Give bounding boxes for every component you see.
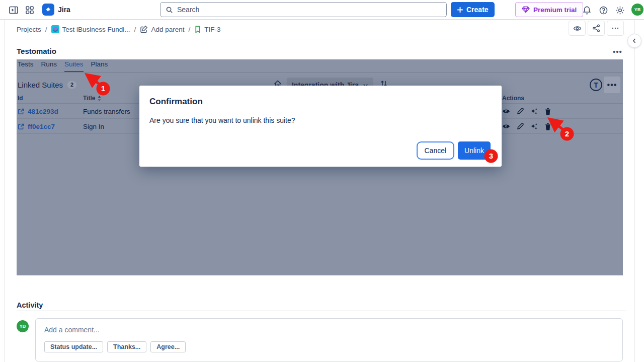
chevron-left-icon <box>631 38 637 44</box>
jira-logo-icon[interactable] <box>42 4 54 16</box>
modal-title: Confirmation <box>149 97 203 107</box>
suite-title: Sign In <box>83 119 104 134</box>
suite-id-link[interactable]: ff0e1cc7 <box>18 119 55 134</box>
tab-suites[interactable]: Suites <box>64 59 84 72</box>
breadcrumb-add-parent[interactable]: Add parent <box>140 25 184 33</box>
view-eye-icon[interactable] <box>502 107 510 115</box>
breadcrumb-project[interactable]: Test iBusiness Fundi... <box>51 25 130 33</box>
quick-reply-status-update[interactable]: Status update... <box>44 341 103 352</box>
issue-actions <box>569 21 624 36</box>
column-actions: Actions <box>502 95 524 102</box>
activity-heading: Activity <box>17 301 43 309</box>
confirmation-modal: Confirmation Are you sure that you want … <box>139 86 502 167</box>
external-link-icon <box>18 108 24 115</box>
breadcrumb: Projects / Test iBusiness Fundi... / Add… <box>17 22 220 36</box>
more-actions-icon[interactable] <box>607 21 624 36</box>
testomatio-logo-icon[interactable]: T <box>590 79 602 91</box>
app-title: Jira <box>58 6 70 14</box>
suite-title: Funds transfers <box>83 104 130 119</box>
view-eye-icon[interactable] <box>502 122 510 130</box>
collapse-panel-button[interactable] <box>627 34 641 48</box>
search-placeholder: Search <box>177 6 199 14</box>
unlink-button[interactable]: Unlink <box>458 141 491 160</box>
bookmark-icon <box>194 26 201 33</box>
edit-pencil-icon[interactable] <box>517 123 524 130</box>
panel-tabbar: Tests Runs Suites Plans <box>17 59 623 73</box>
quick-reply-thanks[interactable]: Thanks... <box>107 341 146 352</box>
ai-sparkles-icon[interactable] <box>530 123 538 130</box>
project-avatar-icon <box>51 25 59 33</box>
sidebar-toggle-icon[interactable] <box>8 5 19 16</box>
comment-placeholder: Add a comment... <box>44 326 100 334</box>
suite-id-link[interactable]: 481c293d <box>18 104 58 119</box>
app-switcher-icon[interactable] <box>24 5 35 16</box>
row-actions <box>502 119 551 134</box>
search-input[interactable]: Search <box>160 2 447 17</box>
right-rail-divider <box>634 20 635 362</box>
panel-more-icon[interactable]: ••• <box>613 47 622 56</box>
activity-divider <box>17 311 626 311</box>
plus-icon <box>457 7 463 13</box>
column-title[interactable]: Title <box>83 95 102 102</box>
watch-eye-icon[interactable] <box>569 21 586 36</box>
panel-menu-button[interactable]: ••• <box>604 77 620 93</box>
linked-suites-heading: Linked Suites 2 <box>18 81 76 89</box>
row-actions <box>502 104 551 119</box>
notifications-bell-icon[interactable] <box>581 5 592 16</box>
panel-title: Testomatio <box>17 47 56 55</box>
delete-trash-icon[interactable] <box>544 123 551 130</box>
breadcrumb-issue[interactable]: TIF-3 <box>194 26 220 33</box>
search-icon <box>166 6 173 14</box>
edit-icon <box>140 25 148 33</box>
external-link-icon <box>18 123 24 130</box>
quick-replies: Status update... Thanks... Agree... <box>44 341 186 352</box>
modal-actions: Cancel Unlink <box>417 141 491 160</box>
tab-runs[interactable]: Runs <box>41 59 57 72</box>
breadcrumb-separator: / <box>45 26 47 33</box>
sort-arrows-icon <box>97 96 102 101</box>
left-rail-divider <box>4 20 5 362</box>
diamond-icon <box>522 6 530 13</box>
cancel-button[interactable]: Cancel <box>417 141 455 160</box>
help-icon[interactable] <box>598 5 609 16</box>
modal-message: Are you sure that you want to unlink thi… <box>149 116 295 124</box>
edit-pencil-icon[interactable] <box>517 108 524 115</box>
share-icon[interactable] <box>588 21 605 36</box>
tab-plans[interactable]: Plans <box>91 59 108 72</box>
user-avatar[interactable]: YB <box>631 4 643 16</box>
settings-gear-icon[interactable] <box>614 5 625 16</box>
comment-box[interactable]: Add a comment... Status update... Thanks… <box>35 318 623 361</box>
column-id: Id <box>18 95 23 102</box>
comment-avatar: YB <box>17 320 29 332</box>
breadcrumb-separator: / <box>134 26 136 33</box>
top-navigation: Jira Search Create Premium trial <box>0 0 644 20</box>
breadcrumb-divider <box>17 39 624 39</box>
premium-trial-button[interactable]: Premium trial <box>515 2 583 17</box>
breadcrumb-separator: / <box>188 26 190 33</box>
linked-suites-count-badge: 2 <box>67 81 76 89</box>
ai-sparkles-icon[interactable] <box>530 108 538 115</box>
delete-trash-icon[interactable] <box>544 108 551 115</box>
create-button[interactable]: Create <box>451 2 495 17</box>
quick-reply-agree[interactable]: Agree... <box>150 341 186 352</box>
tab-tests[interactable]: Tests <box>18 59 34 72</box>
breadcrumb-projects[interactable]: Projects <box>17 26 41 33</box>
